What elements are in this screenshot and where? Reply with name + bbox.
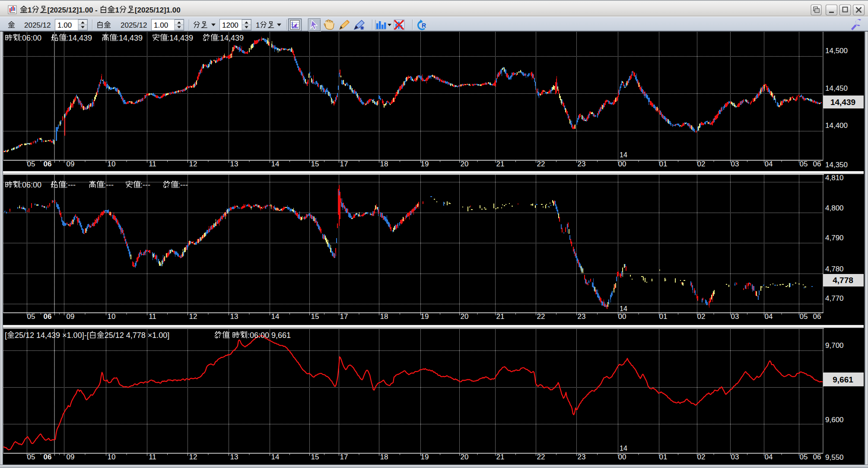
svg-text:×1.00]-[: ×1.00]-[	[62, 331, 89, 340]
svg-text:9,700: 9,700	[825, 341, 844, 350]
svg-text:12: 12	[189, 312, 197, 321]
svg-text:14: 14	[620, 445, 627, 452]
svg-text:06: 06	[44, 312, 52, 321]
svg-text:9,600: 9,600	[825, 416, 844, 424]
svg-text:18: 18	[380, 453, 388, 461]
svg-text::---: :---	[178, 181, 188, 189]
svg-text:20: 20	[461, 453, 469, 461]
svg-text:14,350: 14,350	[825, 161, 848, 169]
svg-text:4,780: 4,780	[825, 265, 844, 273]
svg-text:13: 13	[230, 160, 238, 168]
svg-text:4,810: 4,810	[825, 174, 844, 182]
svg-text:14: 14	[620, 305, 627, 312]
svg-text::---: :---	[104, 181, 114, 189]
svg-text:23: 23	[578, 312, 586, 321]
svg-text:17: 17	[340, 160, 348, 168]
svg-text:04: 04	[765, 453, 773, 461]
svg-text::---: :---	[66, 181, 76, 189]
svg-text:1.00: 1.00	[154, 21, 168, 29]
svg-text:11: 11	[149, 453, 156, 461]
svg-text:2025/12: 2025/12	[121, 21, 147, 29]
svg-text:03: 03	[731, 453, 739, 461]
svg-text:00: 00	[618, 453, 626, 461]
svg-text:15: 15	[311, 453, 319, 461]
svg-text:11: 11	[149, 312, 156, 321]
svg-text:22: 22	[537, 160, 545, 168]
svg-text:1: 1	[115, 6, 119, 14]
svg-text:21: 21	[496, 453, 505, 461]
svg-text:14: 14	[271, 160, 280, 168]
svg-text:22: 22	[537, 312, 545, 321]
svg-text:R: R	[422, 22, 426, 29]
svg-text:9,550: 9,550	[825, 453, 844, 462]
svg-text:04: 04	[765, 312, 773, 321]
svg-text:05: 05	[27, 453, 35, 461]
svg-text:4,778: 4,778	[833, 276, 853, 285]
svg-text:00: 00	[618, 160, 626, 168]
svg-text:13: 13	[230, 312, 238, 321]
svg-text:9,661: 9,661	[833, 375, 853, 384]
svg-text:15: 15	[311, 312, 319, 321]
svg-text:25/12 14,439: 25/12 14,439	[15, 331, 60, 340]
svg-text:19: 19	[421, 160, 429, 168]
svg-text:25/12 4,778: 25/12 4,778	[105, 331, 146, 340]
svg-text:[2025/12]1.00: [2025/12]1.00	[135, 6, 181, 14]
svg-text:10: 10	[108, 453, 116, 461]
svg-text:4,770: 4,770	[825, 294, 844, 302]
svg-text:4,800: 4,800	[825, 204, 844, 212]
svg-text:18: 18	[380, 160, 388, 168]
svg-text:06: 06	[813, 453, 821, 461]
svg-text::14,439: :14,439	[218, 34, 244, 42]
svg-text:15: 15	[311, 160, 319, 168]
svg-text:02: 02	[697, 160, 706, 168]
svg-text:19: 19	[421, 312, 429, 321]
svg-text:02: 02	[697, 312, 706, 321]
svg-text:23: 23	[578, 160, 586, 168]
svg-text:[2025/12]1.00 -: [2025/12]1.00 -	[48, 6, 98, 14]
svg-text:×1.00]: ×1.00]	[148, 331, 170, 340]
svg-text::06:00: :06:00	[20, 34, 41, 42]
svg-text:1: 1	[256, 21, 260, 29]
svg-text:12: 12	[189, 160, 197, 168]
svg-text:01: 01	[659, 453, 668, 461]
svg-text:14: 14	[271, 453, 280, 461]
svg-text:[: [	[5, 331, 7, 340]
svg-text::---: :---	[140, 181, 150, 189]
svg-text:18: 18	[380, 312, 388, 321]
svg-text:05: 05	[27, 160, 35, 168]
svg-text:01: 01	[659, 312, 668, 321]
svg-text:14,400: 14,400	[825, 121, 848, 130]
svg-text:17: 17	[340, 453, 348, 461]
svg-text:06: 06	[813, 160, 821, 168]
svg-text:10: 10	[108, 160, 116, 168]
svg-text:05: 05	[27, 312, 35, 321]
svg-text:23: 23	[578, 453, 586, 461]
svg-text:14: 14	[620, 151, 627, 159]
svg-text:05: 05	[800, 312, 808, 321]
svg-text:06: 06	[44, 453, 52, 461]
svg-text:05: 05	[800, 160, 808, 168]
svg-text:4,790: 4,790	[825, 234, 844, 242]
svg-text:03: 03	[731, 312, 739, 321]
svg-text::14,439: :14,439	[117, 34, 143, 42]
svg-text:14: 14	[271, 312, 280, 321]
svg-text:17: 17	[340, 312, 348, 321]
svg-text:12: 12	[189, 453, 197, 461]
svg-text:21: 21	[496, 312, 505, 321]
svg-text:06: 06	[44, 160, 52, 168]
svg-text::06:00: :06:00	[20, 181, 41, 189]
svg-text:14,450: 14,450	[825, 84, 848, 92]
svg-text:09: 09	[67, 312, 75, 321]
svg-text:20: 20	[461, 312, 469, 321]
svg-text:09: 09	[67, 160, 75, 168]
svg-text:05: 05	[800, 453, 808, 461]
svg-text:14,500: 14,500	[825, 47, 848, 55]
svg-text:21: 21	[496, 160, 505, 168]
svg-text:01: 01	[659, 160, 668, 168]
svg-text:1.00: 1.00	[57, 21, 72, 29]
svg-text:22: 22	[537, 453, 545, 461]
svg-text::06:00 9,661: :06:00 9,661	[248, 331, 291, 340]
svg-text:1200: 1200	[222, 21, 238, 29]
svg-text:2025/12: 2025/12	[24, 21, 51, 29]
svg-text:1: 1	[28, 6, 32, 14]
